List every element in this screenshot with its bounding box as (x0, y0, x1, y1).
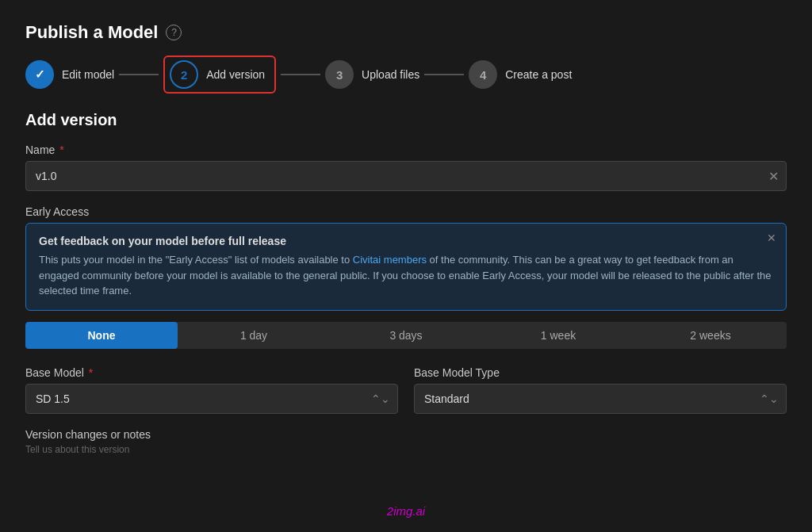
step-connector-2 (281, 74, 320, 75)
info-box-close-icon[interactable]: ✕ (767, 232, 776, 244)
base-model-type-label: Base Model Type (414, 366, 787, 379)
base-model-type-select[interactable]: Standard Inpainting Refiner (414, 384, 787, 414)
tab-1day[interactable]: 1 day (178, 322, 330, 349)
page-title: Publish a Model (25, 22, 158, 43)
step-1-circle: ✓ (25, 60, 54, 89)
base-model-type-select-wrapper: Standard Inpainting Refiner ⌃⌄ (414, 384, 787, 414)
early-access-info-box: Get feedback on your model before full r… (25, 223, 787, 311)
name-field-group: Name * ✕ (25, 144, 787, 191)
step-upload-files[interactable]: 3 Upload files (325, 60, 419, 89)
info-box-text: This puts your model in the "Early Acces… (39, 252, 773, 299)
version-notes-section: Version changes or notes Tell us about t… (25, 428, 787, 455)
name-required-marker: * (56, 144, 63, 156)
step-2-circle: 2 (170, 60, 198, 89)
version-notes-hint: Tell us about this version (25, 444, 787, 455)
info-text-before-link: This puts your model in the "Early Acces… (39, 254, 353, 266)
base-model-group: Base Model * SD 1.5 SD 2.0 SD 2.1 SDXL ⌃… (25, 366, 398, 414)
civitai-members-link[interactable]: Civitai members (353, 254, 427, 266)
tab-3days[interactable]: 3 days (330, 322, 482, 349)
step-4-label: Create a post (505, 68, 572, 81)
step-create-post[interactable]: 4 Create a post (469, 60, 572, 89)
info-box-title: Get feedback on your model before full r… (39, 235, 773, 247)
step-2-label: Add version (206, 68, 265, 81)
base-model-select-wrapper: SD 1.5 SD 2.0 SD 2.1 SDXL ⌃⌄ (25, 384, 398, 414)
base-model-required-marker: * (86, 366, 93, 379)
name-label: Name * (25, 144, 787, 156)
step-add-version[interactable]: 2 Add version (163, 55, 276, 94)
base-model-type-group: Base Model Type Standard Inpainting Refi… (414, 366, 787, 414)
tab-2weeks[interactable]: 2 weeks (634, 322, 787, 349)
step-4-circle: 4 (469, 60, 497, 89)
name-input[interactable] (25, 161, 787, 191)
name-clear-icon[interactable]: ✕ (768, 169, 779, 184)
early-access-label: Early Access (25, 205, 787, 218)
early-access-section: Early Access Get feedback on your model … (25, 205, 787, 349)
section-title: Add version (25, 111, 787, 129)
step-edit-model[interactable]: ✓ Edit model (25, 60, 114, 89)
tab-none[interactable]: None (25, 322, 178, 349)
step-connector-1 (119, 74, 159, 75)
stepper: ✓ Edit model 2 Add version 3 Upload file… (25, 60, 787, 89)
step-connector-3 (424, 74, 464, 75)
base-model-row: Base Model * SD 1.5 SD 2.0 SD 2.1 SDXL ⌃… (25, 366, 787, 414)
step-3-circle: 3 (325, 60, 354, 89)
tab-1week[interactable]: 1 week (482, 322, 634, 349)
watermark: 2img.ai (0, 504, 812, 518)
step-3-label: Upload files (362, 68, 419, 81)
base-model-label: Base Model * (25, 366, 398, 379)
base-model-select[interactable]: SD 1.5 SD 2.0 SD 2.1 SDXL (25, 384, 398, 414)
help-icon[interactable]: ? (166, 25, 182, 40)
early-access-tab-selector: None 1 day 3 days 1 week 2 weeks (25, 322, 787, 349)
step-1-label: Edit model (62, 68, 114, 81)
name-input-wrapper: ✕ (25, 161, 787, 191)
version-notes-label: Version changes or notes (25, 428, 787, 441)
